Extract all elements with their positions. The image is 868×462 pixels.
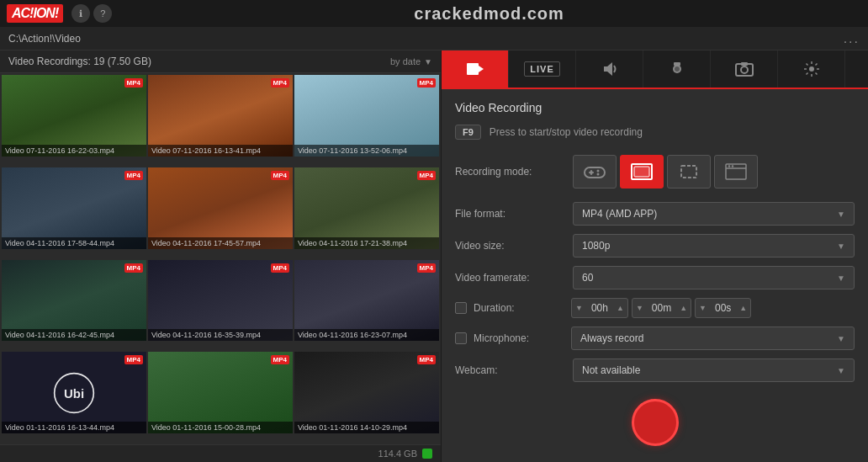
top-bar: AC!ION! ℹ ? crackedmod.com — [0, 0, 868, 27]
video-label: Video 04-11-2016 16-35-39.mp4 — [148, 329, 293, 341]
duration-hours-value: 00h — [586, 299, 613, 317]
tab-webcam[interactable] — [643, 50, 711, 88]
sort-label: by date — [390, 56, 421, 66]
list-item[interactable]: MP4 Video 04-11-2016 17-45-57.mp4 — [148, 167, 293, 249]
seconds-down-icon[interactable]: ▼ — [696, 302, 710, 314]
video-size-value: 1080p — [582, 240, 610, 252]
video-size-label: Video size: — [455, 240, 573, 252]
list-item[interactable]: MP4 Video 01-11-2016 14-10-29.mp4 — [294, 352, 439, 433]
video-size-dropdown[interactable]: 1080p ▼ — [573, 234, 855, 258]
video-label: Video 04-11-2016 16-42-45.mp4 — [2, 329, 146, 341]
file-format-dropdown[interactable]: MP4 (AMD APP) ▼ — [573, 202, 855, 226]
watermark-text: crackedmod.com — [117, 4, 861, 24]
video-framerate-row: Video framerate: 60 ▼ — [455, 266, 855, 289]
sort-chevron-icon[interactable]: ▼ — [424, 57, 432, 66]
video-framerate-dropdown[interactable]: 60 ▼ — [573, 266, 855, 289]
list-item[interactable]: MP4 Video 07-11-2016 16-13-41.mp4 — [148, 75, 293, 157]
video-label: Video 01-11-2016 14-10-29.mp4 — [294, 422, 439, 433]
hours-up-icon[interactable]: ▲ — [613, 302, 627, 314]
duration-checkbox[interactable] — [455, 302, 467, 314]
svg-point-9 — [741, 66, 748, 73]
webcam-row: Webcam: Not available ▼ — [455, 358, 855, 382]
microphone-row: Microphone: Always record ▼ — [455, 327, 855, 350]
svg-point-24 — [732, 165, 733, 167]
section-title: Video Recording — [455, 101, 855, 114]
list-item[interactable]: MP4 Video 04-11-2016 16-23-07.mp4 — [294, 260, 439, 342]
duration-row: Duration: ▼ 00h ▲ ▼ 00m ▲ ▼ 00s — [455, 298, 855, 318]
svg-marker-3 — [479, 66, 484, 72]
storage-text: 114.4 GB — [8, 449, 417, 459]
webcam-chevron-icon: ▼ — [837, 366, 845, 375]
record-button[interactable] — [632, 399, 679, 446]
path-more-button[interactable]: ... — [844, 31, 860, 46]
tab-video[interactable] — [442, 50, 509, 88]
list-item[interactable]: MP4 Video 01-11-2016 15-00-28.mp4 — [148, 352, 293, 433]
shortcut-description: Press to start/stop video recording — [490, 126, 643, 138]
recordings-title: Video Recordings: 19 (7.50 GB) — [8, 56, 390, 67]
seconds-up-icon[interactable]: ▲ — [736, 302, 750, 314]
list-item[interactable]: MP4 Video 04-11-2016 17-58-44.mp4 — [2, 167, 146, 249]
tab-live-label: LIVE — [524, 61, 559, 77]
tab-settings[interactable] — [778, 50, 845, 88]
list-item[interactable]: MP4 Video 07-11-2016 13-52-06.mp4 — [294, 75, 439, 157]
duration-minutes-value: 00m — [647, 299, 676, 317]
mp4-badge: MP4 — [271, 78, 289, 88]
mode-gamepad-button[interactable] — [573, 155, 617, 189]
video-label: Video 04-11-2016 17-58-44.mp4 — [2, 237, 146, 249]
svg-point-23 — [728, 165, 730, 167]
svg-rect-10 — [741, 62, 748, 66]
mode-window-button[interactable] — [714, 155, 758, 189]
microphone-dropdown[interactable]: Always record ▼ — [571, 327, 855, 350]
svg-point-14 — [597, 170, 600, 173]
mp4-badge: MP4 — [271, 171, 289, 180]
list-item[interactable]: MP4 Video 04-11-2016 17-21-38.mp4 — [294, 167, 439, 249]
mp4-badge: MP4 — [417, 78, 436, 88]
video-label: Video 07-11-2016 13-52-06.mp4 — [294, 145, 439, 157]
tab-screenshot[interactable] — [711, 50, 778, 88]
path-text: C:\Action!\Video — [8, 33, 844, 45]
mode-buttons — [573, 155, 758, 189]
mp4-badge: MP4 — [271, 263, 289, 273]
tab-bar: LIVE — [442, 50, 868, 89]
mp4-badge: MP4 — [124, 171, 143, 180]
list-item[interactable]: MP4 Video 04-11-2016 16-35-39.mp4 — [148, 260, 293, 342]
svg-rect-7 — [674, 62, 680, 66]
list-item[interactable]: Ubi MP4 Video 01-11-2016 16-13-44.mp4 — [2, 352, 146, 433]
hours-down-icon[interactable]: ▼ — [572, 302, 586, 314]
minutes-up-icon[interactable]: ▲ — [676, 302, 691, 314]
tab-audio[interactable] — [576, 50, 643, 88]
shortcut-row: F9 Press to start/stop video recording — [455, 125, 855, 140]
list-item[interactable]: MP4 Video 07-11-2016 16-22-03.mp4 — [2, 75, 146, 157]
main-layout: Video Recordings: 19 (7.50 GB) by date ▼… — [0, 50, 868, 462]
video-label: Video 04-11-2016 17-21-38.mp4 — [294, 237, 439, 249]
mp4-badge: MP4 — [417, 355, 436, 364]
list-item[interactable]: MP4 Video 04-11-2016 16-42-45.mp4 — [2, 260, 146, 342]
svg-point-15 — [597, 173, 600, 176]
info-button[interactable]: ℹ — [71, 4, 90, 23]
app-logo: AC!ION! — [7, 4, 63, 23]
video-grid: MP4 Video 07-11-2016 16-22-03.mp4 MP4 Vi… — [0, 73, 441, 444]
minutes-down-icon[interactable]: ▼ — [632, 302, 647, 314]
video-framerate-chevron-icon: ▼ — [837, 273, 845, 283]
tab-live[interactable]: LIVE — [509, 50, 576, 88]
right-content: Video Recording F9 Press to start/stop v… — [442, 89, 868, 462]
microphone-checkbox[interactable] — [455, 332, 467, 344]
webcam-label: Webcam: — [455, 364, 573, 376]
video-label: Video 01-11-2016 16-13-44.mp4 — [2, 422, 146, 433]
recording-mode-label: Recording mode: — [455, 166, 573, 178]
duration-hours-spinner: ▼ 00h ▲ — [571, 298, 628, 318]
mp4-badge: MP4 — [417, 263, 436, 273]
storage-indicator — [422, 449, 432, 459]
webcam-dropdown[interactable]: Not available ▼ — [573, 358, 855, 382]
mode-fullscreen-button[interactable] — [620, 155, 664, 189]
microphone-chevron-icon: ▼ — [837, 334, 845, 343]
recordings-header: Video Recordings: 19 (7.50 GB) by date ▼ — [0, 50, 441, 73]
mode-region-button[interactable] — [667, 155, 711, 189]
mp4-badge: MP4 — [124, 263, 143, 273]
video-label: Video 01-11-2016 15-00-28.mp4 — [148, 422, 293, 433]
mp4-badge: MP4 — [124, 355, 143, 364]
svg-rect-19 — [634, 167, 649, 177]
help-button[interactable]: ? — [93, 4, 112, 23]
video-label: Video 04-11-2016 16-23-07.mp4 — [294, 329, 439, 341]
webcam-value: Not available — [582, 364, 640, 376]
